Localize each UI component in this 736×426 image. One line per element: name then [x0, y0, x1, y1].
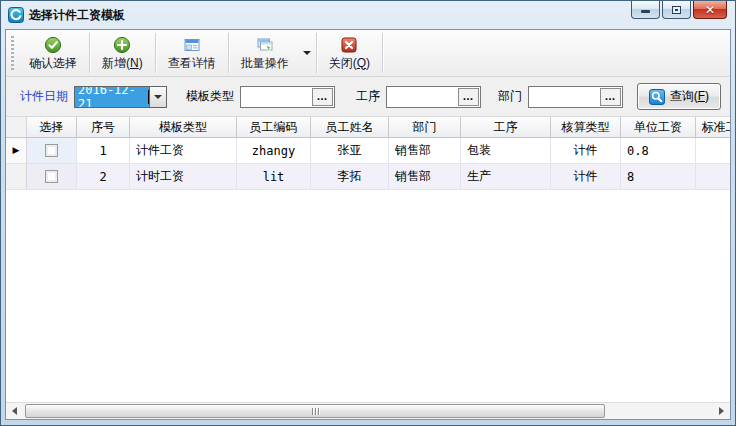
row-checkbox[interactable] [45, 170, 58, 183]
piece-date-label: 计件日期 [20, 88, 68, 105]
header-template-type[interactable]: 模板类型 [130, 117, 237, 137]
cell-unit-wage: 8 [621, 164, 696, 189]
cell-std-wage [696, 164, 730, 189]
minimize-button[interactable] [631, 1, 660, 19]
arrow-left-icon [12, 407, 17, 415]
cell-emp-code: lit [237, 164, 311, 189]
ellipsis-icon: … [605, 91, 617, 102]
grid-header-row: 选择 序号 模板类型 员工编码 员工姓名 部门 工序 核算类型 单位工资 标准工… [6, 117, 730, 138]
batch-operation-label: 批量操作 [241, 55, 289, 72]
dept-input[interactable] [529, 87, 599, 107]
cell-process: 包装 [461, 138, 551, 163]
toolbar-grip-handle[interactable] [11, 36, 14, 70]
template-type-lookup: … [240, 86, 335, 108]
row-select-cell [27, 164, 77, 189]
restore-button[interactable] [662, 1, 691, 19]
data-grid: 选择 序号 模板类型 员工编码 员工姓名 部门 工序 核算类型 单位工资 标准工… [6, 117, 730, 402]
row-checkbox[interactable] [45, 144, 58, 157]
toolbar-separator [155, 33, 156, 73]
dept-lookup: … [528, 86, 623, 108]
toolbar: 确认选择 新增(N) [6, 30, 730, 77]
header-emp-name[interactable]: 员工姓名 [311, 117, 389, 137]
piece-date-picker[interactable]: 2016-12-21 [74, 86, 167, 108]
filter-bar: 计件日期 2016-12-21 模板类型 … 工序 … 部门 [6, 77, 730, 117]
cell-unit-wage: 0.8 [621, 138, 696, 163]
header-calc-type[interactable]: 核算类型 [551, 117, 621, 137]
plus-circle-icon [113, 36, 131, 54]
check-circle-icon [44, 36, 62, 54]
magnifier-icon [649, 89, 665, 105]
horizontal-scrollbar[interactable] [6, 402, 730, 419]
header-row-indicator [6, 117, 27, 137]
detail-view-icon [183, 36, 201, 54]
header-select[interactable]: 选择 [27, 117, 77, 137]
toolbar-separator [228, 33, 229, 73]
scrollbar-thumb[interactable] [25, 404, 605, 418]
header-no[interactable]: 序号 [77, 117, 130, 137]
close-dialog-label: 关闭(Q) [329, 55, 370, 72]
close-icon: ✕ [705, 4, 715, 16]
ellipsis-icon: … [317, 91, 329, 102]
piece-date-dropdown-button[interactable] [149, 87, 166, 107]
batch-windows-icon [256, 36, 274, 54]
cell-emp-code: zhangy [237, 138, 311, 163]
scroll-right-button[interactable] [713, 403, 730, 419]
cell-no: 2 [77, 164, 130, 189]
piece-date-value[interactable]: 2016-12-21 [75, 87, 149, 107]
batch-operation-dropdown[interactable] [300, 31, 315, 75]
chevron-down-icon [303, 51, 311, 55]
header-emp-code[interactable]: 员工编码 [237, 117, 311, 137]
table-row[interactable]: ▶ 1 计件工资 zhangy 张亚 销售部 包装 计件 0.8 [6, 138, 730, 164]
close-dialog-button[interactable]: 关闭(Q) [318, 31, 381, 75]
table-row[interactable]: 2 计时工资 lit 李拓 销售部 生产 计件 8 [6, 164, 730, 190]
dialog-window: 选择计件工资模板 ✕ [0, 0, 736, 426]
template-type-ellipsis-button[interactable]: … [312, 88, 333, 106]
cell-dept: 销售部 [389, 164, 461, 189]
cell-dept: 销售部 [389, 138, 461, 163]
toolbar-separator [89, 33, 90, 73]
cell-calc-type: 计件 [551, 164, 621, 189]
titlebar: 选择计件工资模板 ✕ [1, 1, 735, 29]
confirm-select-label: 确认选择 [29, 55, 77, 72]
template-type-label: 模板类型 [186, 88, 234, 105]
cell-template-type: 计件工资 [130, 138, 237, 163]
cell-emp-name: 李拓 [311, 164, 389, 189]
view-details-button[interactable]: 查看详情 [157, 31, 227, 75]
process-ellipsis-button[interactable]: … [458, 88, 479, 106]
header-unit-wage[interactable]: 单位工资 [621, 117, 696, 137]
cell-calc-type: 计件 [551, 138, 621, 163]
query-button[interactable]: 查询(F) [637, 83, 721, 110]
cell-no: 1 [77, 138, 130, 163]
chevron-down-icon [154, 95, 162, 99]
cell-process: 生产 [461, 164, 551, 189]
confirm-select-button[interactable]: 确认选择 [18, 31, 88, 75]
cell-template-type: 计时工资 [130, 164, 237, 189]
cell-emp-name: 张亚 [311, 138, 389, 163]
batch-operation-button[interactable]: 批量操作 [230, 31, 300, 75]
row-indicator: ▶ [6, 138, 27, 163]
app-logo-icon [8, 7, 24, 23]
process-input[interactable] [387, 87, 457, 107]
row-indicator [6, 164, 27, 189]
close-red-icon [340, 36, 358, 54]
header-dept[interactable]: 部门 [389, 117, 461, 137]
thumb-grip-icon [315, 408, 316, 415]
scroll-left-button[interactable] [6, 403, 23, 419]
header-std-wage[interactable]: 标准工资 [696, 117, 730, 137]
process-label: 工序 [356, 88, 380, 105]
ellipsis-icon: … [463, 91, 475, 102]
thumb-grip-icon [318, 408, 319, 415]
toolbar-separator [382, 33, 383, 73]
dept-ellipsis-button[interactable]: … [600, 88, 621, 106]
arrow-right-icon [719, 407, 724, 415]
cell-std-wage [696, 138, 730, 163]
add-new-button[interactable]: 新增(N) [91, 31, 154, 75]
restore-icon [672, 6, 681, 14]
row-select-cell [27, 138, 77, 163]
close-button[interactable]: ✕ [693, 1, 727, 19]
process-lookup: … [386, 86, 481, 108]
add-new-label: 新增(N) [102, 55, 143, 72]
header-process[interactable]: 工序 [461, 117, 551, 137]
dialog-content: 确认选择 新增(N) [5, 29, 731, 420]
template-type-input[interactable] [241, 87, 311, 107]
